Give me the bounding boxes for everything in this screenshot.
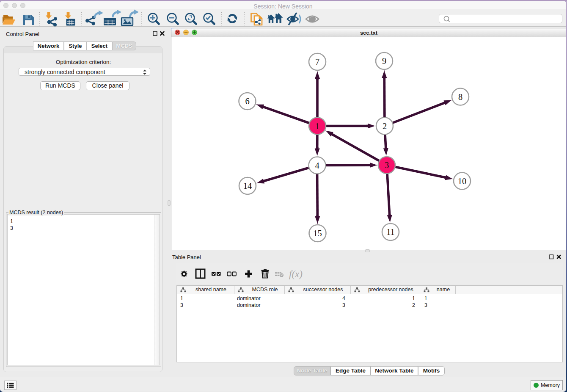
svg-text:6: 6 [245, 97, 249, 106]
svg-text:15: 15 [313, 229, 322, 238]
svg-text:2: 2 [383, 121, 387, 131]
svg-text:4: 4 [315, 161, 319, 170]
svg-text:1: 1 [315, 121, 319, 131]
svg-text:7: 7 [315, 57, 319, 66]
svg-text:9: 9 [382, 56, 386, 66]
svg-text:11: 11 [386, 227, 395, 237]
svg-text:3: 3 [385, 160, 389, 170]
svg-text:10: 10 [458, 177, 467, 186]
svg-text:f(x): f(x) [289, 269, 303, 279]
svg-text:14: 14 [243, 181, 252, 190]
svg-text:8: 8 [458, 92, 462, 102]
